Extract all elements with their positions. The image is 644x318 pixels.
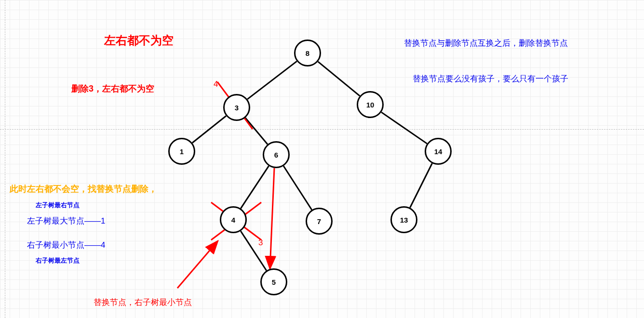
tree-node-3: 3 — [223, 94, 250, 121]
edge-8-3 — [247, 61, 297, 99]
tree-node-14: 14 — [425, 138, 452, 165]
tree-node-6: 6 — [263, 141, 290, 168]
note-small-right: 右子树最左节点 — [36, 256, 80, 265]
edge-10-14 — [381, 112, 427, 144]
edge-14-13 — [410, 163, 432, 208]
note-small-left: 左子树最右节点 — [36, 201, 80, 210]
edge-3-1 — [192, 116, 226, 143]
redline-arrow_to4 — [177, 241, 218, 288]
edge-6-7 — [283, 166, 312, 210]
note-left-max: 左子树最大节点——1 — [27, 215, 105, 226]
tree-node-5: 5 — [260, 268, 287, 295]
tree-node-1: 1 — [168, 138, 195, 165]
top-right-1: 替换节点与删除节点互换之后，删除替换节点 — [404, 38, 568, 49]
tree-node-7: 7 — [306, 208, 333, 235]
arrow-caption: 替换节点，右子树最小节点 — [94, 297, 192, 308]
edge-8-10 — [318, 62, 360, 96]
tree-node-4: 4 — [220, 206, 247, 233]
redline-arrow_6to5 — [270, 168, 274, 269]
note-yellow: 此时左右都不会空，找替换节点删除， — [10, 183, 157, 195]
edge-3-6 — [245, 118, 268, 144]
title: 左右都不为空 — [104, 33, 174, 48]
tree-node-13: 13 — [390, 206, 417, 233]
top-right-2: 替换节点要么没有孩子，要么只有一个孩子 — [413, 73, 568, 84]
tree-node-8: 8 — [294, 40, 321, 66]
diagram-stage: 8310161447135 左右都不为空 删除3，左右都不为空 此时左右都不会空… — [0, 0, 644, 318]
subtitle: 删除3，左右都不为空 — [71, 83, 154, 94]
edge-4-5 — [241, 231, 266, 270]
swap-label-bottom: 3 — [258, 238, 263, 248]
swap-label-top: 4 — [214, 80, 218, 89]
tree-node-10: 10 — [357, 91, 384, 118]
edge-6-4 — [241, 166, 268, 208]
note-right-min: 右子树最小节点——4 — [27, 239, 105, 251]
